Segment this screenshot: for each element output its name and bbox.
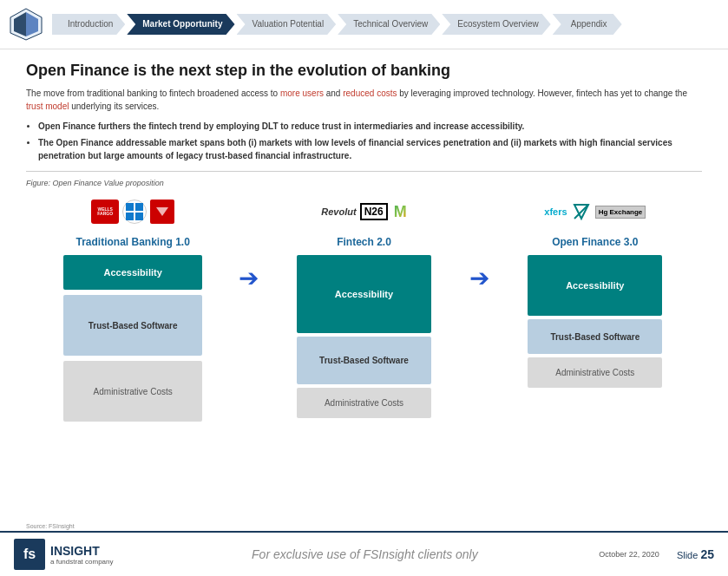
intro-text: The move from traditional banking to fin… [26, 87, 702, 113]
fintech-logos: Revolut N26 M [321, 194, 406, 229]
nav-steps: Introduction Market Opportunity Valuatio… [52, 14, 719, 35]
openfinance-trust-block: Trust-Based Software [528, 319, 662, 354]
svg-line-9 [574, 205, 588, 219]
bullet-list: Open Finance furthers the fintech trend … [38, 120, 702, 162]
openfinance-column: xfers Hg Exchange Open Finance 3.0 Acces… [497, 194, 693, 388]
m-logo: M [394, 203, 407, 221]
chase-logo [122, 200, 147, 224]
traditional-banking-column: WELLSFARGO Traditional Banking 1.0 Acces… [35, 194, 231, 422]
arrow-2: ➔ [462, 194, 497, 292]
nav-step-ecosystem[interactable]: Ecosystem Overview [442, 14, 550, 35]
bank-of-america-logo [150, 200, 174, 224]
nav-step-technical[interactable]: Technical Overview [338, 14, 440, 35]
footer-logo: fs INSIGHT a fundstrat company [14, 539, 113, 570]
xfers-logo: xfers [544, 206, 567, 217]
bullet-2: The Open Finance addressable market span… [38, 136, 702, 162]
source-note: Source: FSInsight [26, 523, 75, 529]
nav-step-valuation[interactable]: Valuation Potential [237, 14, 337, 35]
traditional-title: Traditional Banking 1.0 [75, 236, 189, 248]
figure-label: Figure: Open Finance Value proposition [26, 179, 702, 187]
hgex-logo: Hg Exchange [595, 206, 646, 219]
openfinance-admin-block: Administrative Costs [528, 357, 662, 388]
traditional-logos: WELLSFARGO [91, 194, 174, 229]
openfinance-accessibility-block: Accessibility [528, 255, 662, 316]
insight-text: INSIGHT a fundstrat company [50, 544, 113, 566]
fintech-trust-block: Trust-Based Software [297, 337, 431, 384]
wells-fargo-logo: WELLSFARGO [91, 200, 119, 224]
bullet-1: Open Finance furthers the fintech trend … [38, 120, 702, 133]
revolut-logo: Revolut [321, 206, 356, 217]
fintech-title: Fintech 2.0 [337, 236, 391, 248]
footer-tagline: For exclusive use of FSInsight clients o… [130, 547, 599, 561]
openfinance-logos: xfers Hg Exchange [544, 194, 646, 229]
openfinance-title: Open Finance 3.0 [552, 236, 638, 248]
nav-step-appendix[interactable]: Appendix [553, 14, 622, 35]
nav-step-market[interactable]: Market Opportunity [127, 14, 234, 35]
zigzag-logo [571, 201, 592, 222]
footer: fs INSIGHT a fundstrat company For exclu… [0, 531, 728, 576]
company-logo [9, 7, 43, 42]
fintech-accessibility-block: Accessibility [297, 255, 431, 333]
fs-icon: fs [14, 539, 45, 570]
fintech-column: Revolut N26 M Fintech 2.0 Accessibility … [266, 194, 462, 418]
page-title: Open Finance is the next step in the evo… [26, 62, 702, 80]
traditional-trust-block: Trust-Based Software [63, 295, 202, 356]
footer-right: October 22, 2020 Slide 25 [599, 547, 714, 561]
diagram-area: WELLSFARGO Traditional Banking 1.0 Acces… [26, 194, 702, 422]
section-divider [26, 171, 702, 172]
slide-label: Slide 25 [677, 547, 714, 561]
nav-bar: Introduction Market Opportunity Valuatio… [0, 0, 728, 49]
svg-rect-4 [135, 203, 143, 211]
fintech-admin-block: Administrative Costs [297, 388, 431, 418]
svg-rect-6 [135, 213, 143, 220]
main-content: Open Finance is the next step in the evo… [0, 49, 728, 429]
footer-date: October 22, 2020 [599, 550, 659, 559]
arrow-1: ➔ [231, 194, 266, 292]
nav-step-introduction[interactable]: Introduction [52, 14, 125, 35]
svg-rect-5 [126, 213, 134, 220]
traditional-accessibility-block: Accessibility [63, 255, 202, 290]
n26-logo: N26 [360, 203, 388, 220]
svg-rect-3 [126, 203, 134, 211]
traditional-admin-block: Administrative Costs [63, 361, 202, 422]
